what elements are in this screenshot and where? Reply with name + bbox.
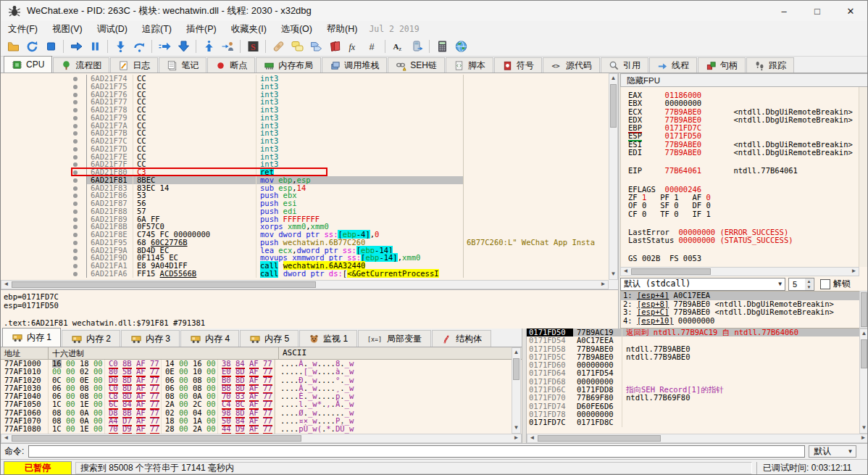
disasm-row[interactable]: 6AD21F79CCint3 <box>1 114 609 122</box>
comments-icon[interactable] <box>288 38 306 55</box>
breakpoint-dot-icon[interactable] <box>1 215 87 223</box>
menu-item[interactable]: 收藏夹(I) <box>224 23 274 36</box>
patch-icon[interactable] <box>270 38 287 55</box>
breakpoint-dot-icon[interactable] <box>1 191 87 199</box>
menu-item[interactable]: 追踪(T) <box>135 23 179 36</box>
function-icon[interactable]: fx <box>345 38 362 55</box>
attach-icon[interactable] <box>219 38 236 55</box>
tab-memory-4[interactable]: 内存 4 <box>180 330 239 347</box>
dump-row[interactable]: 77AF10801C 00 1E 0070 D9 AF 7728 00 2A 0… <box>1 425 522 433</box>
tab-memory-2[interactable]: 内存 2 <box>62 330 120 347</box>
breakpoint-dot-icon[interactable] <box>1 145 87 153</box>
dump-row[interactable]: 77AF101000 00 02 0080 5B AF 770E 00 10 0… <box>1 368 522 376</box>
argument-line[interactable]: 4: [esp+10] 00000000 <box>621 317 859 326</box>
close-button[interactable]: ✕ <box>834 1 867 21</box>
bookmarks-icon[interactable] <box>326 38 343 55</box>
register-line[interactable]: CF 0 TF 0 IF 1 <box>628 210 859 218</box>
scylla-icon[interactable]: S <box>244 38 262 55</box>
hash-icon[interactable]: # <box>364 38 381 55</box>
dump-hscrollbar[interactable]: ◄► <box>1 434 522 443</box>
labels-icon[interactable] <box>307 38 325 55</box>
run-icon[interactable] <box>67 38 85 55</box>
step-out-icon[interactable] <box>175 38 192 55</box>
restart-icon[interactable] <box>23 38 41 55</box>
breakpoint-dot-icon[interactable] <box>1 137 87 145</box>
tab-handles[interactable]: 句柄 <box>698 57 746 73</box>
breakpoint-dot-icon[interactable] <box>1 199 87 207</box>
tab-source[interactable]: <>源代码 <box>543 57 600 73</box>
registers-hscrollbar[interactable]: ◄► <box>620 267 859 276</box>
stack-row[interactable]: 0171FD7C0171FD8C <box>527 418 859 426</box>
breakpoint-dot-icon[interactable] <box>1 270 87 278</box>
menu-item[interactable]: 帮助(H) <box>320 23 364 36</box>
calling-convention-select[interactable]: 默认 (stdcall) ▼ <box>620 278 785 291</box>
case-icon[interactable]: Az <box>389 38 406 55</box>
tab-struct[interactable]: 结构体 <box>432 330 491 347</box>
menu-item[interactable]: 插件(P) <box>179 23 224 36</box>
tab-locals[interactable]: [x=]局部变量 <box>358 330 431 347</box>
arguments-vscrollbar[interactable] <box>859 291 868 329</box>
minimize-button[interactable]: – <box>767 1 801 21</box>
breakpoint-dot-icon[interactable] <box>1 231 87 239</box>
breakpoint-dot-icon[interactable] <box>1 75 87 83</box>
tab-references[interactable]: 引用 <box>601 57 648 73</box>
tab-breakpoints[interactable]: 断点 <box>207 57 255 73</box>
breakpoint-dot-icon[interactable] <box>1 239 87 247</box>
stack-hscrollbar[interactable]: ◄► <box>527 434 868 443</box>
tab-memmap[interactable]: 内存布局 <box>256 57 321 73</box>
menu-item[interactable]: 视图(V) <box>45 23 90 36</box>
disasm-row[interactable]: 6AD21FA6FF15 ACD5566Bcall dword ptr ds:[… <box>1 270 609 278</box>
breakpoint-dot-icon[interactable] <box>1 184 87 192</box>
registers-list[interactable]: EAX 01186000EBX 00000000ECX 77B9ABE0 <nt… <box>620 87 859 267</box>
disassembly-vscrollbar[interactable]: ▲▼ <box>609 73 618 280</box>
command-profile-select[interactable]: 默认 ▼ <box>809 445 856 458</box>
dump-vscrollbar[interactable]: ▲▼ <box>512 347 521 434</box>
maximize-button[interactable]: □ <box>801 1 834 21</box>
breakpoint-dot-icon[interactable] <box>1 247 87 255</box>
register-line[interactable]: GS 002B FS 0053 <box>628 255 859 263</box>
disasm-row[interactable]: 6AD21F75CCint3 <box>1 83 609 91</box>
tab-symbols[interactable]: 符号 <box>494 57 542 73</box>
tab-threads[interactable]: 线程 <box>649 57 697 73</box>
pause-icon[interactable] <box>86 38 104 55</box>
breakpoint-dot-icon[interactable] <box>1 168 87 176</box>
argument-count-stepper[interactable]: 5 ▲▼ <box>788 278 814 291</box>
command-input[interactable] <box>28 445 805 458</box>
stack-view[interactable]: 0171FD5077B9AC19返回到 ntdll.77B9AC19 自 ntd… <box>527 329 859 434</box>
breakpoint-dot-icon[interactable] <box>1 98 87 106</box>
register-line[interactable]: EIP 77B64061 ntdll.77B64061 <box>628 167 859 175</box>
breakpoint-dot-icon[interactable] <box>1 122 87 130</box>
breakpoint-dot-icon[interactable] <box>1 83 87 91</box>
stepper-arrows-icon[interactable]: ▲▼ <box>805 278 813 290</box>
stack-row[interactable]: 0171FD54A0C17EEA <box>527 336 859 344</box>
menu-item[interactable]: 文件(F) <box>1 23 45 36</box>
tab-seh[interactable]: SEH链 <box>388 57 445 73</box>
breakpoint-dot-icon[interactable] <box>1 106 87 114</box>
tab-callstack[interactable]: 调用堆栈 <box>322 57 387 73</box>
assemble-icon[interactable] <box>408 38 425 55</box>
tab-memory-1[interactable]: 内存 1 <box>2 328 61 347</box>
internet-icon[interactable] <box>452 38 470 55</box>
registers-vscrollbar[interactable] <box>859 87 868 267</box>
disasm-row[interactable]: 6AD21F7DCCint3 <box>1 145 609 153</box>
unlock-checkbox[interactable]: 解锁 <box>820 278 851 290</box>
breakpoint-dot-icon[interactable] <box>1 129 87 137</box>
tab-log[interactable]: 日志 <box>110 57 158 73</box>
tab-watch-1[interactable]: 监视 1 <box>299 330 357 347</box>
breakpoint-dot-icon[interactable] <box>1 114 87 122</box>
bottom-splitter[interactable] <box>522 329 527 443</box>
tab-graph[interactable]: 流程图 <box>53 57 109 73</box>
breakpoint-dot-icon[interactable] <box>1 254 87 262</box>
stack-vscrollbar[interactable]: ▲▼ <box>859 329 868 434</box>
breakpoint-dot-icon[interactable] <box>1 207 87 215</box>
calculator-icon[interactable] <box>433 38 451 55</box>
breakpoint-dot-icon[interactable] <box>1 160 87 168</box>
tab-trace[interactable]: 跟踪 <box>746 57 794 73</box>
breakpoint-dot-icon[interactable] <box>1 153 87 161</box>
tab-notes[interactable]: 笔记 <box>159 57 206 73</box>
tab-cpu[interactable]: CPU <box>4 56 52 73</box>
open-file-icon[interactable] <box>4 38 22 55</box>
disassembly-view[interactable]: 6AD21F74CCint36AD21F75CCint36AD21F76CCin… <box>1 73 609 280</box>
checkbox-box[interactable] <box>820 279 830 289</box>
memory-dump-view[interactable]: 地址 十六进制 ASCII 77AF100016 00 18 00C0 8B A… <box>1 347 522 434</box>
